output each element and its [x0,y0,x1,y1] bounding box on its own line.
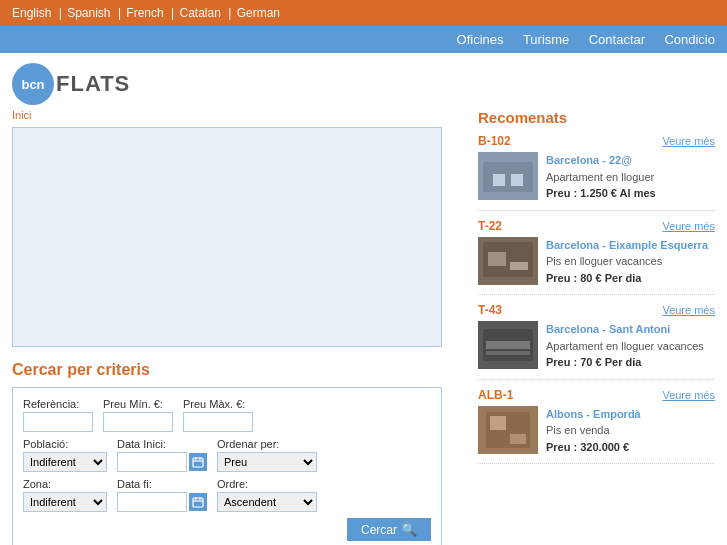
zona-label: Zona: [23,478,107,490]
property-item-3: ALB-1 Veure més Albons - Empordà Pis en … [478,388,715,465]
svg-rect-11 [511,174,523,186]
preu-max-label: Preu Màx. €: [183,398,253,410]
calendar-fi-icon[interactable] [189,493,207,511]
svg-rect-10 [493,174,505,186]
property-header-1: T-22 Veure més [478,219,715,233]
preu-min-label: Preu Mín. €: [103,398,173,410]
data-inici-group: Data Inici: [117,438,207,472]
preu-min-group: Preu Mín. €: [103,398,173,432]
lang-german[interactable]: German [237,6,280,20]
nav-condicio[interactable]: Condicio [664,32,715,47]
property-header-3: ALB-1 Veure més [478,388,715,402]
property-code-2: T-43 [478,303,502,317]
logo-bcn: bcn [21,77,44,92]
main-content: Inici Cercar per criteris Referència: Pr… [0,109,727,545]
breadcrumb-inici[interactable]: Inici [12,109,32,121]
svg-rect-19 [486,351,530,355]
property-type-1: Pis en lloguer vacances [546,253,708,270]
nav-turisme[interactable]: Turisme [523,32,569,47]
ordre-label: Ordre: [217,478,317,490]
lang-catalan[interactable]: Catalan [179,6,220,20]
property-location-2: Barcelona - Sant Antoni [546,321,704,338]
svg-rect-0 [193,458,203,467]
property-more-3[interactable]: Veure més [662,389,715,401]
search-icon: 🔍 [401,522,417,537]
property-body-0: Barcelona - 22@ Apartament en lloguer Pr… [478,152,715,202]
lang-spanish[interactable]: Spanish [67,6,110,20]
property-price-0: Preu : 1.250 € Al mes [546,185,656,202]
breadcrumb: Inici [12,109,462,121]
property-more-2[interactable]: Veure més [662,304,715,316]
property-thumb-2 [478,321,538,369]
property-code-0: B-102 [478,134,511,148]
data-inici-label: Data Inici: [117,438,207,450]
left-column: Inici Cercar per criteris Referència: Pr… [12,109,462,545]
recommended-title: Recomenats [478,109,715,126]
property-location-1: Barcelona - Eixample Esquerra [546,237,708,254]
zona-group: Zona: Indiferent [23,478,107,512]
search-row-2: Població: Indiferent Data Inici: O [23,438,431,472]
poblacio-group: Població: Indiferent [23,438,107,472]
property-body-1: Barcelona - Eixample Esquerra Pis en llo… [478,237,715,287]
property-body-3: Albons - Empordà Pis en venda Preu : 320… [478,406,715,456]
preu-max-input[interactable] [183,412,253,432]
property-more-0[interactable]: Veure més [662,135,715,147]
preu-min-input[interactable] [103,412,173,432]
property-item-0: B-102 Veure més Barcelona - 22@ Apartame… [478,134,715,211]
language-bar: English | Spanish | French | Catalan | G… [0,0,727,26]
lang-sep-3: | [171,6,177,20]
property-price-2: Preu : 70 € Per dia [546,354,704,371]
data-fi-wrap [117,492,207,512]
property-type-3: Pis en venda [546,422,641,439]
property-type-0: Apartament en lloguer [546,169,656,186]
search-row-1: Referència: Preu Mín. €: Preu Màx. €: [23,398,431,432]
property-info-2: Barcelona - Sant Antoni Apartament en ll… [546,321,704,371]
property-info-0: Barcelona - 22@ Apartament en lloguer Pr… [546,152,656,202]
data-inici-input[interactable] [117,452,187,472]
ordre-group: Ordre: Ascendent [217,478,317,512]
search-button-label: Cercar [361,523,397,537]
search-button-row: Cercar 🔍 [23,518,431,541]
nav-contactar[interactable]: Contactar [589,32,645,47]
property-price-3: Preu : 320.000 € [546,439,641,456]
property-code-3: ALB-1 [478,388,513,402]
data-inici-wrap [117,452,207,472]
nav-oficines[interactable]: Oficines [457,32,504,47]
property-header-0: B-102 Veure més [478,134,715,148]
property-type-2: Apartament en lloguer vacances [546,338,704,355]
zona-select[interactable]: Indiferent [23,492,107,512]
ordenar-group: Ordenar per: Preu [217,438,317,472]
svg-rect-23 [510,434,526,444]
referencia-input[interactable] [23,412,93,432]
property-code-1: T-22 [478,219,502,233]
ordre-select[interactable]: Ascendent [217,492,317,512]
search-button[interactable]: Cercar 🔍 [347,518,431,541]
data-fi-input[interactable] [117,492,187,512]
search-row-3: Zona: Indiferent Data fi: Ordre: [23,478,431,512]
property-location-3: Albons - Empordà [546,406,641,423]
nav-bar: Oficines Turisme Contactar Condicio [0,26,727,53]
lang-french[interactable]: French [126,6,163,20]
calendar-inici-icon[interactable] [189,453,207,471]
lang-sep-2: | [118,6,124,20]
svg-rect-14 [488,252,506,266]
search-section-title: Cercar per criteris [12,361,462,379]
lang-english[interactable]: English [12,6,51,20]
property-info-1: Barcelona - Eixample Esquerra Pis en llo… [546,237,708,287]
ordenar-label: Ordenar per: [217,438,317,450]
ordenar-select[interactable]: Preu [217,452,317,472]
property-thumb-1 [478,237,538,285]
property-header-2: T-43 Veure més [478,303,715,317]
poblacio-select[interactable]: Indiferent [23,452,107,472]
svg-rect-15 [510,262,528,270]
referencia-group: Referència: [23,398,93,432]
property-info-3: Albons - Empordà Pis en venda Preu : 320… [546,406,641,456]
lang-sep-4: | [228,6,234,20]
lang-sep-1: | [59,6,65,20]
svg-rect-9 [483,162,533,192]
data-fi-group: Data fi: [117,478,207,512]
logo-flats: FLATS [56,71,130,97]
poblacio-label: Població: [23,438,107,450]
property-more-1[interactable]: Veure més [662,220,715,232]
property-item-2: T-43 Veure més Barcelona - Sant Antoni A… [478,303,715,380]
